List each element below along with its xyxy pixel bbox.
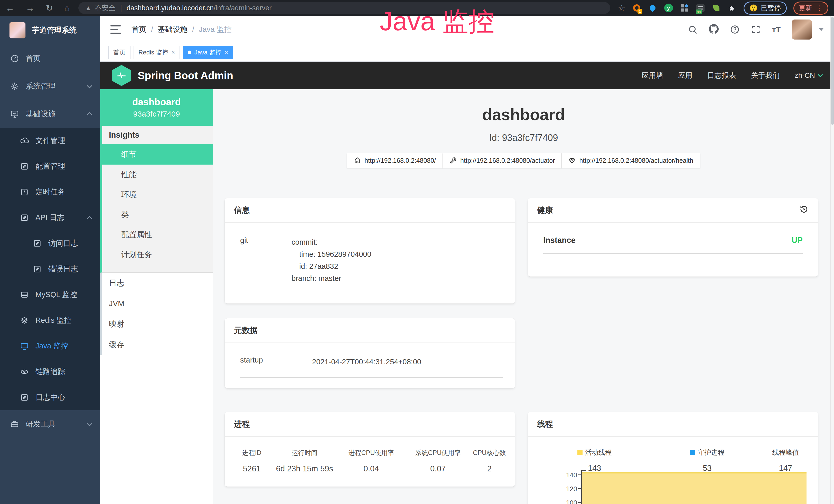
extension-pin-icon[interactable] bbox=[648, 3, 657, 13]
app-logo-row[interactable]: 芋道管理系统 bbox=[0, 16, 100, 45]
sba-menu-jvm[interactable]: JVM bbox=[102, 293, 213, 314]
extension-y-icon[interactable]: y bbox=[664, 3, 673, 13]
sba-sidebar: dashboard 93a3fc7f7409 Insights 细节 性能 环境… bbox=[100, 89, 213, 504]
sba-menu-environment[interactable]: 环境 bbox=[102, 185, 213, 205]
breadcrumb-current: Java 监控 bbox=[199, 24, 232, 35]
extension-grid-icon[interactable] bbox=[680, 3, 689, 13]
breadcrumb-home[interactable]: 首页 bbox=[132, 24, 147, 35]
toolbox-icon bbox=[10, 420, 19, 429]
extension-switch-icon[interactable]: on bbox=[696, 3, 705, 13]
actuator-url-button[interactable]: http://192.168.0.2:48080/actuator bbox=[443, 153, 562, 168]
metadata-startup-row: startup 2021-04-27T00:44:31.254+08:00 bbox=[240, 356, 503, 378]
app-logo-avatar bbox=[9, 22, 26, 39]
sidebar-item-api-log[interactable]: API 日志 bbox=[0, 205, 100, 231]
health-card: 健康 Instance UP bbox=[528, 198, 818, 276]
sidebar-item-error-log[interactable]: 错误日志 bbox=[0, 256, 100, 282]
search-icon[interactable] bbox=[688, 25, 698, 35]
sidebar-item-system[interactable]: 系统管理 bbox=[0, 72, 100, 100]
scrollbar-thumb[interactable] bbox=[831, 17, 834, 125]
sba-menu-caches[interactable]: 缓存 bbox=[102, 334, 213, 355]
sba-menu-mappings[interactable]: 映射 bbox=[102, 314, 213, 334]
threads-card: 线程 活动线程 143 守护进程 53 线程峰值 147 bbox=[528, 412, 818, 504]
sidebar-item-redis[interactable]: Redis 监控 bbox=[0, 307, 100, 333]
info-card-title: 信息 bbox=[225, 198, 515, 223]
help-icon[interactable] bbox=[730, 25, 740, 35]
url-host: dashboard.yudao.iocoder.cn bbox=[127, 4, 214, 12]
sba-menu-logs[interactable]: 日志 bbox=[102, 273, 213, 293]
sba-nav-wallboard[interactable]: 应用墙 bbox=[642, 71, 663, 81]
refresh-icon[interactable]: ↻ bbox=[46, 3, 53, 13]
extension-orange-icon[interactable]: 1 bbox=[632, 3, 641, 13]
sba-brand-title[interactable]: Spring Boot Admin bbox=[138, 70, 233, 82]
home-icon[interactable]: ⌂ bbox=[64, 3, 70, 13]
sidebar-item-log-center[interactable]: 日志中心 bbox=[0, 385, 100, 410]
layers-icon bbox=[20, 316, 29, 325]
service-url-button[interactable]: http://192.168.0.2:48080/ bbox=[347, 153, 443, 168]
health-instance-row[interactable]: Instance UP bbox=[543, 236, 803, 254]
sba-instance-header[interactable]: dashboard 93a3fc7f7409 bbox=[100, 89, 213, 126]
back-icon[interactable]: ← bbox=[6, 3, 14, 13]
history-icon[interactable] bbox=[798, 204, 809, 216]
extensions-puzzle-icon[interactable] bbox=[728, 3, 737, 13]
github-icon[interactable] bbox=[709, 24, 719, 35]
chevron-up-icon bbox=[87, 216, 92, 221]
page-scrollbar[interactable] bbox=[830, 16, 834, 504]
sidebar-item-files[interactable]: 文件管理 bbox=[0, 128, 100, 154]
app-title: 芋道管理系统 bbox=[32, 25, 76, 36]
health-url-button[interactable]: http://192.168.0.2:48080/actuator/health bbox=[562, 153, 700, 168]
bookmark-star-icon[interactable]: ☆ bbox=[618, 3, 626, 13]
fullscreen-icon[interactable] bbox=[751, 25, 761, 35]
tab-java-monitor[interactable]: Java 监控 × bbox=[183, 46, 233, 59]
user-avatar[interactable] bbox=[792, 20, 812, 40]
browser-menu-icon[interactable]: ⋮ bbox=[816, 4, 823, 12]
metadata-card: 元数据 startup 2021-04-27T00:44:31.254+08:0… bbox=[225, 318, 515, 388]
sidebar-item-dev-tools[interactable]: 研发工具 bbox=[0, 410, 100, 438]
sidebar-item-tracing[interactable]: 链路追踪 bbox=[0, 359, 100, 385]
sidebar-item-access-log[interactable]: 访问日志 bbox=[0, 231, 100, 256]
sba-nav-about[interactable]: 关于我们 bbox=[751, 71, 780, 81]
sidebar-item-mysql[interactable]: MySQL 监控 bbox=[0, 282, 100, 307]
extension-leaf-icon[interactable] bbox=[712, 3, 721, 13]
profile-emoji: 😲 bbox=[749, 4, 758, 12]
profile-paused-chip[interactable]: 😲 已暂停 bbox=[744, 2, 787, 15]
sba-insights-section: Insights 细节 性能 环境 类 配置属性 计划任务 bbox=[100, 126, 213, 273]
gear-icon bbox=[10, 82, 19, 91]
sidebar-item-java-monitor[interactable]: Java 监控 bbox=[0, 333, 100, 359]
tab-redis-monitor[interactable]: Redis 监控 × bbox=[134, 46, 180, 59]
sidebar-item-infra[interactable]: 基础设施 bbox=[0, 100, 100, 128]
sba-nav-applications[interactable]: 应用 bbox=[678, 71, 693, 81]
sba-menu-metrics[interactable]: 性能 bbox=[102, 165, 213, 185]
dashboard-icon bbox=[10, 54, 19, 63]
tags-view: 首页 Redis 监控 × Java 监控 × bbox=[100, 43, 834, 62]
sba-menu-details[interactable]: 细节 bbox=[102, 144, 213, 165]
url-path: /infra/admin-server bbox=[214, 4, 271, 12]
sba-menu-scheduled-tasks[interactable]: 计划任务 bbox=[102, 245, 213, 265]
hamburger-icon[interactable] bbox=[110, 25, 121, 34]
sidebar-item-config[interactable]: 配置管理 bbox=[0, 154, 100, 179]
eye-icon bbox=[20, 367, 29, 376]
tab-home[interactable]: 首页 bbox=[108, 46, 130, 59]
sba-locale-select[interactable]: zh-CN bbox=[795, 71, 822, 79]
breadcrumb-infra[interactable]: 基础设施 bbox=[158, 24, 188, 35]
not-secure-warning-icon: ▲ bbox=[85, 4, 92, 12]
threads-card-title: 线程 bbox=[528, 412, 818, 437]
breadcrumb: 首页 / 基础设施 / Java 监控 bbox=[132, 24, 232, 35]
sba-logo-icon[interactable] bbox=[112, 65, 131, 86]
instance-links: http://192.168.0.2:48080/ http://192.168… bbox=[213, 153, 834, 168]
sidebar-item-home[interactable]: 首页 bbox=[0, 45, 100, 72]
font-size-icon[interactable]: ᴛT bbox=[772, 25, 781, 34]
forward-icon[interactable]: → bbox=[26, 3, 35, 13]
address-bar[interactable]: ▲ 不安全 | dashboard.yudao.iocoder.cn /infr… bbox=[78, 2, 610, 14]
metadata-card-title: 元数据 bbox=[225, 318, 515, 343]
close-icon[interactable]: × bbox=[224, 49, 228, 56]
sidebar-item-jobs[interactable]: 定时任务 bbox=[0, 179, 100, 205]
sba-nav-journal[interactable]: 日志报表 bbox=[707, 71, 736, 81]
info-card: 信息 git commit: time: 1596289704000 id: 2… bbox=[225, 198, 515, 303]
health-card-title: 健康 bbox=[537, 205, 553, 216]
close-icon[interactable]: × bbox=[171, 49, 175, 56]
annotation-java-monitor: Java 监控 bbox=[380, 4, 495, 39]
avatar-caret-icon[interactable] bbox=[818, 28, 824, 31]
chrome-update-button[interactable]: 更新 ⋮ bbox=[793, 2, 828, 15]
sba-menu-classes[interactable]: 类 bbox=[102, 205, 213, 225]
sba-menu-config-props[interactable]: 配置属性 bbox=[102, 225, 213, 245]
